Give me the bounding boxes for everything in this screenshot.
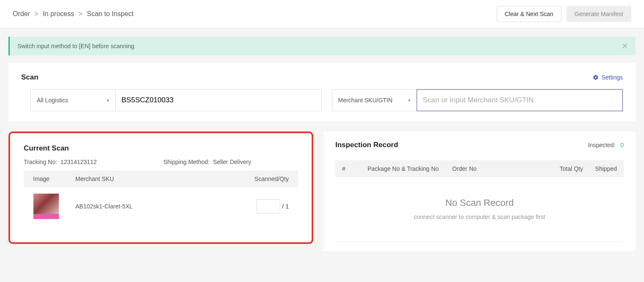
alert-text: Switch input method to [EN] before scann… bbox=[17, 43, 134, 49]
generate-manifest-button: Generate Manifest bbox=[567, 6, 631, 22]
product-thumbnail[interactable] bbox=[33, 193, 59, 219]
breadcrumb: Order > In process > Scan to Inspect bbox=[13, 10, 134, 18]
empty-state: No Scan Record connect scanner to comput… bbox=[335, 177, 624, 233]
empty-title: No Scan Record bbox=[335, 197, 624, 208]
sku-mode-select[interactable]: Merchant SKU/GTIN ▾ bbox=[332, 89, 417, 111]
table-row: AB102sk1-Claret-5XL /1 bbox=[24, 187, 298, 225]
breadcrumb-sep: > bbox=[34, 10, 38, 17]
current-scan-table-head: Image Merchant SKU Scanned/Qty bbox=[24, 170, 298, 187]
logistics-select[interactable]: All Logistics ▾ bbox=[30, 89, 115, 111]
tracking-input[interactable] bbox=[115, 89, 322, 111]
tracking-no-label: Tracking No: bbox=[24, 159, 57, 165]
sku-input[interactable] bbox=[417, 89, 623, 111]
clear-next-scan-button[interactable]: Clear & Next Scan bbox=[497, 6, 561, 22]
col-scanned-qty: Scanned/Qty bbox=[238, 175, 289, 182]
col-image: Image bbox=[33, 175, 75, 182]
breadcrumb-order[interactable]: Order bbox=[13, 10, 30, 17]
chevron-down-icon: ▾ bbox=[408, 98, 411, 103]
alert-banner: Switch input method to [EN] before scann… bbox=[8, 37, 636, 55]
settings-label: Settings bbox=[601, 74, 623, 81]
scanned-qty-input[interactable] bbox=[257, 199, 280, 214]
empty-subtitle: connect scanner to computer & scan packa… bbox=[335, 214, 624, 220]
breadcrumb-in-process[interactable]: In process bbox=[43, 10, 74, 17]
tracking-no-value: 12314123112 bbox=[61, 159, 97, 165]
current-scan-title: Current Scan bbox=[24, 144, 298, 153]
close-icon[interactable]: ✕ bbox=[622, 41, 628, 51]
inspection-title: Inspection Record bbox=[335, 141, 398, 149]
scan-title: Scan bbox=[21, 73, 39, 82]
col-package-tracking: Package No & Tracking No bbox=[368, 165, 452, 172]
sku-mode-selected: Merchant SKU/GTIN bbox=[338, 97, 392, 104]
divider bbox=[335, 241, 624, 242]
current-scan-panel: Current Scan Tracking No: 12314123112 Sh… bbox=[8, 131, 313, 244]
col-total-qty: Total Qty bbox=[541, 165, 583, 172]
logistics-selected: All Logistics bbox=[37, 97, 68, 104]
inspection-table-head: # Package No & Tracking No Order No Tota… bbox=[335, 160, 624, 177]
inspected-label: Inspected: bbox=[588, 142, 616, 148]
col-order-no: Order No bbox=[452, 165, 541, 172]
qty-slash: / bbox=[282, 203, 284, 210]
shipping-method-value: Seller Delivery bbox=[213, 159, 251, 165]
col-shipped: Shipped bbox=[583, 165, 617, 172]
row-sku: AB102sk1-Claret-5XL bbox=[75, 203, 238, 210]
col-merchant-sku: Merchant SKU bbox=[75, 175, 238, 182]
gear-icon bbox=[593, 74, 599, 80]
inspection-record-panel: Inspection Record Inspected: 0 # Package… bbox=[323, 131, 636, 251]
col-number: # bbox=[342, 165, 368, 172]
row-total-qty: 1 bbox=[285, 203, 289, 210]
inspected-counter: Inspected: 0 bbox=[588, 142, 624, 148]
breadcrumb-sep: > bbox=[78, 10, 82, 17]
settings-link[interactable]: Settings bbox=[593, 74, 623, 81]
shipping-method-label: Shipping Method: bbox=[163, 159, 210, 165]
breadcrumb-scan-to-inspect: Scan to Inspect bbox=[87, 10, 133, 17]
chevron-down-icon: ▾ bbox=[107, 98, 109, 103]
inspected-value: 0 bbox=[620, 142, 624, 148]
